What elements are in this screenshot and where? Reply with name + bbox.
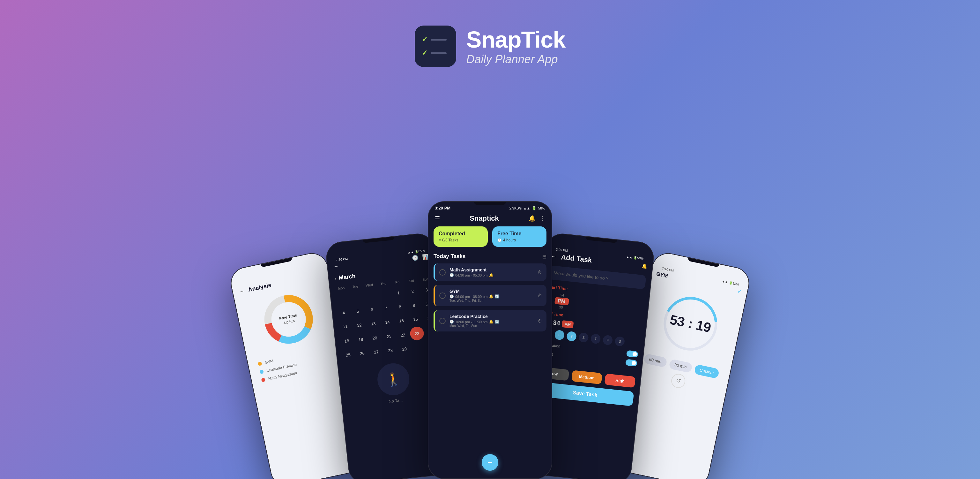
more-icon[interactable]: ⋮ xyxy=(539,215,545,222)
filter-icon[interactable]: ⊟ xyxy=(542,254,546,260)
phone-main: 3:29 PM 2.9KB/s ▲▲ 🔋 58% ☰ Snaptick 🔔 ⋮ xyxy=(428,201,552,479)
battery-icon-main: 🔋 xyxy=(532,206,536,211)
option-90[interactable]: 90 min xyxy=(668,359,692,373)
main-bg: 3:29 PM 2.9KB/s ▲▲ 🔋 58% ☰ Snaptick 🔔 ⋮ xyxy=(428,202,552,478)
app-bar-icons: 🔔 ⋮ xyxy=(528,215,545,222)
icon-row-1: ✓ xyxy=(422,35,447,44)
task-gym[interactable]: GYM 🕐 06:00 pm - 08:00 pm 🔔 🔄 Tue, Wed, … xyxy=(434,285,546,306)
signal-icon: ▲▲ xyxy=(523,206,530,210)
day-F[interactable]: F xyxy=(554,330,565,340)
legend-dot-gym xyxy=(258,361,262,366)
battery-pct: 58% xyxy=(538,206,545,210)
task-leetcode[interactable]: Leetcode Practice 🕐 10:00 pm - 11:30 pm … xyxy=(434,310,546,332)
clock-icon-gym: 🕐 xyxy=(450,294,454,299)
no-tasks-illustration: 🚶 xyxy=(376,362,411,397)
stats-row: Completed ≡ 0/3 Tasks Free Time 🕐 4 hour… xyxy=(428,227,552,252)
freetime-card[interactable]: Free Time 🕐 4 hours xyxy=(492,227,546,247)
bell-icon[interactable]: 🔔 xyxy=(528,215,536,222)
repeat-icon-gym: 🔄 xyxy=(495,294,499,299)
app-subtitle: Daily Planner App xyxy=(466,53,566,66)
task-circle-math[interactable] xyxy=(439,269,445,276)
checkmark-icon-1: ✓ xyxy=(422,35,428,44)
bell-icon-task: 🔔 xyxy=(489,273,493,277)
toggle-repeat-switch[interactable] xyxy=(625,359,637,367)
timer-task-name: GYM xyxy=(656,271,668,279)
fab-button[interactable]: + xyxy=(482,454,498,471)
task-circle-leetcode[interactable] xyxy=(439,318,445,324)
day-F2[interactable]: F xyxy=(603,335,613,345)
app-bar-main: ☰ Snaptick 🔔 ⋮ xyxy=(428,212,552,227)
day-S3[interactable]: S xyxy=(614,336,625,346)
clock-icon-task: 🕐 xyxy=(450,273,454,277)
option-60[interactable]: 60 min xyxy=(643,353,667,367)
app-bar-title: Snaptick xyxy=(469,214,499,223)
task-circle-gym[interactable] xyxy=(439,292,445,299)
task-name-math: Math Assignment xyxy=(450,267,534,272)
timer-icon-leetcode[interactable]: ⏱ xyxy=(538,318,542,324)
timer-icon-math[interactable]: ⏱ xyxy=(538,270,542,275)
bell-icon-gym: 🔔 xyxy=(489,294,493,299)
clock-icon-leetcode: 🕐 xyxy=(450,320,454,324)
option-custom[interactable]: Custom xyxy=(694,364,720,379)
app-header: ✓ ✓ SnapTick Daily Planner App xyxy=(415,26,566,67)
toggle-notif-switch[interactable] xyxy=(626,350,638,358)
completed-title: Completed xyxy=(439,231,483,236)
task-info-leetcode: Leetcode Practice 🕐 10:00 pm - 11:30 pm … xyxy=(450,314,534,327)
checkmark-icon-2: ✓ xyxy=(422,49,428,57)
task-math[interactable]: Math Assignment 🕐 04:30 pm - 05:30 pm 🔔 … xyxy=(434,263,546,281)
analysis-title: Analysis xyxy=(248,282,272,293)
completed-tasks: 0/3 Tasks xyxy=(442,238,458,243)
day-T2[interactable]: T xyxy=(590,334,601,344)
status-time-addtask: 3:29 PM xyxy=(556,247,568,252)
status-icons-calendar: ▲▲ 🔋65% xyxy=(407,249,425,254)
today-tasks-label: Today Tasks xyxy=(434,253,465,260)
task-time-math: 🕐 04:30 pm - 05:30 pm 🔔 xyxy=(450,273,534,277)
priority-high[interactable]: High xyxy=(605,374,636,388)
notch-main xyxy=(474,202,506,205)
completed-card[interactable]: Completed ≡ 0/3 Tasks xyxy=(434,227,488,247)
day-S2[interactable]: S xyxy=(578,332,589,343)
icon-row-2: ✓ xyxy=(422,49,447,57)
no-tasks-text: No Ta... xyxy=(388,398,403,404)
addtask-bell-icon[interactable]: 🔔 xyxy=(641,263,648,269)
task-name-leetcode: Leetcode Practice xyxy=(450,314,534,319)
data-speed: 2.9KB/s xyxy=(509,206,522,210)
legend-dot-leetcode xyxy=(259,369,264,374)
priority-medium[interactable]: Medium xyxy=(571,370,603,385)
calendar-back-icon[interactable]: ← xyxy=(333,263,339,270)
app-icon: ✓ ✓ xyxy=(415,26,456,67)
clock-icon-ft: 🕐 xyxy=(497,238,502,243)
screen-main: 3:29 PM 2.9KB/s ▲▲ 🔋 58% ☰ Snaptick 🔔 ⋮ xyxy=(428,202,552,478)
legend-label-gym: GYM xyxy=(264,359,274,365)
bell-icon-leetcode: 🔔 xyxy=(489,320,493,324)
dash-line-2 xyxy=(431,53,447,54)
analysis-back-icon[interactable]: ← xyxy=(239,287,246,295)
task-time-gym: 🕐 06:00 pm - 08:00 pm 🔔 🔄 xyxy=(450,294,534,299)
hamburger-icon[interactable]: ☰ xyxy=(435,215,440,222)
legend-dot-math xyxy=(261,378,266,382)
day-S1[interactable]: S xyxy=(566,331,577,342)
app-title-block: SnapTick Daily Planner App xyxy=(466,27,566,66)
dash-line-1 xyxy=(431,39,447,41)
timer-check-icon[interactable]: ✓ xyxy=(737,287,743,295)
task-info-gym: GYM 🕐 06:00 pm - 08:00 pm 🔔 🔄 Tue, Wed, … xyxy=(450,289,534,302)
repeat-icon-leetcode: 🔄 xyxy=(495,320,499,324)
status-icons-main: 2.9KB/s ▲▲ 🔋 58% xyxy=(509,206,545,211)
task-days-leetcode: Mon, Wed, Fri, Sun xyxy=(450,324,534,327)
clock-icon[interactable]: 🕐 xyxy=(412,254,419,261)
freetime-sub: 🕐 4 hours xyxy=(497,238,541,243)
task-days-gym: Tue, Wed, Thu, Fri, Sun xyxy=(450,299,534,302)
addtask-icons: 🔔 xyxy=(641,263,648,269)
task-name-gym: GYM xyxy=(450,289,534,294)
timer-icon-gym[interactable]: ⏱ xyxy=(538,293,542,298)
app-name: SnapTick xyxy=(466,27,566,53)
completed-sub: ≡ 0/3 Tasks xyxy=(439,238,483,243)
task-input-placeholder: What would you like to do ? xyxy=(554,270,609,281)
legend-label-math: Math Assignment xyxy=(268,370,298,381)
reset-button[interactable]: ↺ xyxy=(670,373,687,389)
calendar-icons: 🕐 📊 xyxy=(412,254,429,261)
status-time-main: 3:29 PM xyxy=(435,206,450,211)
freetime-value: 4 hours xyxy=(503,238,516,243)
prev-month-icon[interactable]: ‹ xyxy=(334,276,336,281)
status-icons-addtask: ▲▲ 🔋58% xyxy=(626,255,643,260)
